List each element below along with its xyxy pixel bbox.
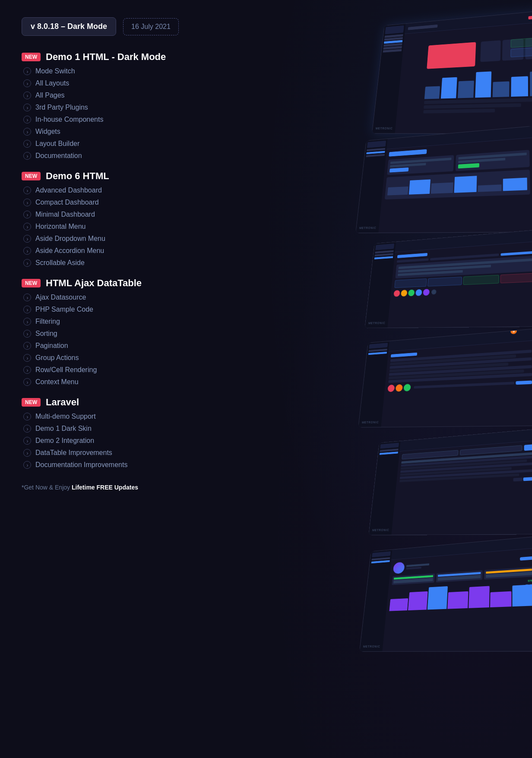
menu-label-datatable-3: Sorting	[35, 330, 57, 338]
menu-label-laravel-3: DataTable Improvements	[35, 449, 112, 457]
section-laravel: NewLaravelMulti-demo SupportDemo 1 Dark …	[22, 397, 199, 471]
menu-label-demo6-2: Minimal Dashboard	[35, 211, 95, 218]
menu-item-demo6-2[interactable]: Minimal Dashboard	[22, 208, 199, 221]
menu-item-laravel-1[interactable]: Demo 1 Dark Skin	[22, 423, 199, 435]
right-column: METRONIC	[216, 0, 532, 758]
version-badge: v 8.0.18 – Dark Mode	[22, 17, 116, 36]
section-title-laravel: Laravel	[46, 397, 79, 408]
menu-item-demo1-7[interactable]: Documentation	[22, 150, 199, 162]
screen-label-6: METRONIC	[363, 645, 380, 648]
screen-label-1: METRONIC	[376, 127, 393, 130]
screen-label-4: METRONIC	[362, 421, 379, 424]
section-header-datatable: NewHTML Ajax DataTable	[22, 278, 199, 289]
new-badge-demo1: New	[22, 53, 41, 61]
menu-label-demo6-1: Compact Dashboard	[35, 199, 99, 206]
chevron-icon-datatable-4	[23, 342, 31, 350]
menu-item-demo1-2[interactable]: All Pages	[22, 89, 199, 101]
section-title-datatable: HTML Ajax DataTable	[46, 278, 142, 289]
footer-text: *Get Now & Enjoy Lifetime FREE Updates	[22, 484, 199, 491]
menu-label-datatable-4: Pagination	[35, 342, 68, 350]
menu-label-demo6-3: Horizontal Menu	[35, 223, 86, 231]
menu-item-demo1-6[interactable]: Layout Builder	[22, 138, 199, 150]
screenshots-area: METRONIC	[221, 0, 532, 758]
section-demo1: NewDemo 1 HTML - Dark ModeMode SwitchAll…	[22, 51, 199, 162]
screenshot-panel-5: METRONIC	[368, 428, 532, 536]
menu-label-datatable-1: PHP Sample Code	[35, 306, 93, 313]
chevron-icon-laravel-0	[23, 413, 31, 420]
section-header-demo6: NewDemo 6 HTML	[22, 171, 199, 182]
new-badge-demo6: New	[22, 172, 41, 180]
screenshot-panel-1: METRONIC	[372, 10, 532, 134]
menu-item-demo6-1[interactable]: Compact Dashboard	[22, 196, 199, 208]
menu-item-datatable-6[interactable]: Row/Cell Rendering	[22, 364, 199, 376]
chevron-icon-datatable-7	[23, 378, 31, 386]
new-badge-laravel: New	[22, 398, 41, 407]
chevron-icon-demo6-5	[23, 247, 31, 255]
section-title-demo6: Demo 6 HTML	[46, 171, 109, 182]
menu-label-demo6-6: Scrollable Aside	[35, 259, 85, 267]
menu-item-laravel-0[interactable]: Multi-demo Support	[22, 411, 199, 423]
menu-item-demo6-0[interactable]: Advanced Dashboard	[22, 184, 199, 196]
chevron-icon-demo1-4	[23, 116, 31, 123]
menu-item-demo1-1[interactable]: All Layouts	[22, 77, 199, 89]
chevron-icon-datatable-5	[23, 354, 31, 362]
menu-item-demo1-3[interactable]: 3rd Party Plugins	[22, 101, 199, 114]
menu-item-demo1-5[interactable]: Widgets	[22, 126, 199, 138]
chevron-icon-laravel-2	[23, 437, 31, 445]
left-column: v 8.0.18 – Dark Mode 16 July 2021 NewDem…	[0, 0, 216, 758]
screenshot-panel-2: METRONIC	[355, 126, 532, 234]
menu-item-datatable-5[interactable]: Group Actions	[22, 352, 199, 364]
menu-item-demo6-5[interactable]: Aside Accordion Menu	[22, 245, 199, 257]
menu-label-demo1-0: Mode Switch	[35, 67, 75, 75]
page-wrapper: v 8.0.18 – Dark Mode 16 July 2021 NewDem…	[0, 0, 532, 758]
chevron-icon-demo6-3	[23, 223, 31, 231]
mock-content-2	[378, 138, 532, 233]
menu-item-datatable-3[interactable]: Sorting	[22, 328, 199, 340]
screen-label-3: METRONIC	[368, 322, 386, 325]
mock-content-1	[395, 22, 532, 133]
section-header-laravel: NewLaravel	[22, 397, 199, 408]
new-badge-datatable: New	[22, 279, 41, 287]
chevron-icon-demo1-0	[23, 67, 31, 75]
menu-label-datatable-2: Filtering	[35, 318, 60, 325]
menu-item-demo1-0[interactable]: Mode Switch	[22, 65, 199, 77]
menu-item-demo1-4[interactable]: In-house Components	[22, 114, 199, 126]
chevron-icon-demo6-2	[23, 211, 31, 218]
screenshot-panel-3: METRONIC	[364, 229, 532, 328]
menu-item-laravel-4[interactable]: Documentation Improvements	[22, 459, 199, 471]
mock-content-5	[391, 440, 532, 535]
menu-item-laravel-3[interactable]: DataTable Improvements	[22, 447, 199, 459]
sections-container: NewDemo 1 HTML - Dark ModeMode SwitchAll…	[22, 51, 199, 471]
chevron-icon-demo1-5	[23, 128, 31, 136]
menu-item-datatable-0[interactable]: Ajax Datasource	[22, 291, 199, 303]
mock-content-6: $783 $2,600	[382, 548, 532, 651]
menu-label-demo1-4: In-house Components	[35, 116, 103, 123]
menu-label-demo6-5: Aside Accordion Menu	[35, 247, 104, 255]
menu-item-datatable-2[interactable]: Filtering	[22, 316, 199, 328]
screen-label-2: METRONIC	[359, 226, 377, 229]
menu-item-demo6-3[interactable]: Horizontal Menu	[22, 221, 199, 233]
menu-label-laravel-4: Documentation Improvements	[35, 461, 127, 469]
menu-item-datatable-4[interactable]: Pagination	[22, 340, 199, 352]
menu-label-demo1-2: All Pages	[35, 92, 65, 99]
menu-item-laravel-2[interactable]: Demo 2 Integration	[22, 435, 199, 447]
chevron-icon-datatable-2	[23, 318, 31, 325]
chevron-icon-demo6-4	[23, 235, 31, 243]
menu-item-datatable-1[interactable]: PHP Sample Code	[22, 303, 199, 316]
mock-content-3	[387, 241, 532, 328]
chevron-icon-demo6-0	[23, 186, 31, 194]
menu-item-demo6-4[interactable]: Aside Dropdown Menu	[22, 233, 199, 245]
menu-item-demo6-6[interactable]: Scrollable Aside	[22, 257, 199, 269]
menu-label-datatable-0: Ajax Datasource	[35, 294, 86, 301]
chevron-icon-demo1-6	[23, 140, 31, 148]
chevron-icon-laravel-1	[23, 425, 31, 433]
screen-label-5: METRONIC	[372, 528, 390, 531]
menu-label-laravel-1: Demo 1 Dark Skin	[35, 425, 92, 433]
chevron-icon-datatable-1	[23, 306, 31, 313]
section-title-demo1: Demo 1 HTML - Dark Mode	[46, 51, 166, 63]
menu-label-demo6-0: Advanced Dashboard	[35, 186, 102, 194]
menu-label-demo6-4: Aside Dropdown Menu	[35, 235, 105, 243]
menu-item-datatable-7[interactable]: Context Menu	[22, 376, 199, 388]
menu-label-demo1-6: Layout Builder	[35, 140, 79, 148]
date-badge: 16 July 2021	[123, 18, 179, 35]
